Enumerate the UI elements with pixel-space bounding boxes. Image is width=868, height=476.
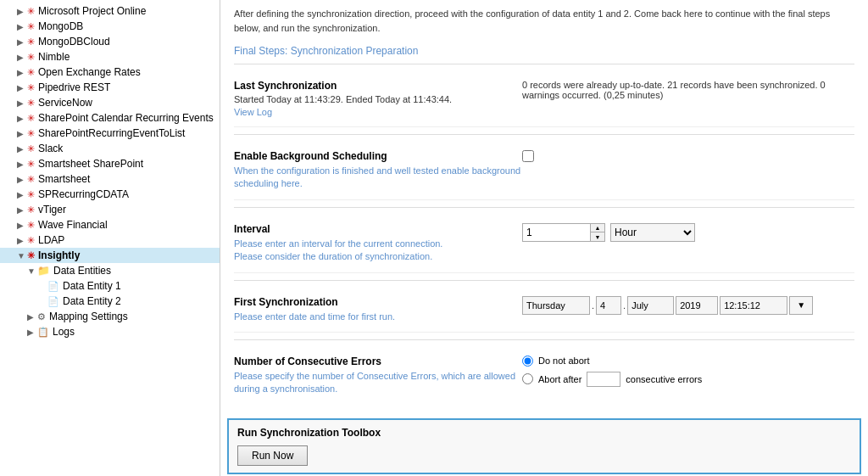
sidebar-item-label: Slack	[38, 143, 63, 154]
started-time: Today at 11:43:29.	[266, 94, 343, 104]
sidebar-item-sprecurring[interactable]: ▶ ✳ SPRecurringCDATA	[0, 187, 220, 202]
expand-arrow: ▶	[17, 160, 27, 169]
expand-arrow: ▶	[17, 7, 27, 16]
do-not-abort-radio[interactable]	[522, 356, 533, 367]
do-not-abort-label: Do not abort	[538, 356, 590, 366]
sidebar-item-sharepoint-recurring[interactable]: ▶ ✳ SharePointRecurringEventToList	[0, 126, 220, 141]
sidebar-item-label: Smartsheet SharePoint	[38, 158, 143, 170]
divider	[234, 280, 854, 281]
enable-scheduling-row: Enable Background Scheduling When the co…	[234, 142, 854, 200]
gear-icon: ✳	[27, 6, 35, 17]
sidebar: ▶ ✳ Microsoft Project Online ▶ ✳ MongoDB…	[0, 0, 220, 476]
sidebar-item-label: Nimble	[38, 51, 70, 63]
date-day-input[interactable]	[522, 296, 590, 315]
enable-scheduling-desc: When the configuration is finished and w…	[234, 165, 522, 191]
interval-controls: ▲ ▼ Hour Minute Day Week	[522, 223, 854, 242]
date-time-input[interactable]	[720, 296, 787, 315]
sidebar-item-label: MongoDB	[38, 20, 83, 32]
started-label: Started	[234, 94, 264, 104]
divider	[234, 339, 854, 340]
sidebar-item-label: Pipedrive REST	[38, 81, 110, 93]
sidebar-item-mapping-settings[interactable]: ▶ ⚙ Mapping Settings	[0, 309, 220, 324]
sidebar-item-mongodb[interactable]: ▶ ✳ MongoDB	[0, 19, 220, 34]
gear-icon: ✳	[27, 67, 35, 78]
view-log-link[interactable]: View Log	[234, 107, 272, 117]
sidebar-item-slack[interactable]: ▶ ✳ Slack	[0, 141, 220, 156]
spin-down-button[interactable]: ▼	[591, 232, 604, 241]
interval-row: Interval Please enter an interval for th…	[234, 215, 854, 273]
gear-icon: ✳	[27, 113, 35, 124]
gear-icon: ✳	[27, 159, 35, 170]
sidebar-item-label: MongoDBCloud	[38, 36, 110, 48]
first-sync-title: First Synchronization	[234, 296, 522, 308]
date-separator: .	[592, 300, 594, 311]
sidebar-item-data-entities[interactable]: ▼ 📁 Data Entities	[0, 263, 220, 278]
last-sync-title: Last Synchronization	[234, 80, 522, 92]
sidebar-item-insightly[interactable]: ▼ ✳ Insightly	[0, 248, 220, 263]
expand-arrow: ▼	[17, 251, 27, 260]
interval-desc1: Please enter an interval for the current…	[234, 238, 522, 250]
sidebar-item-label: vTiger	[38, 204, 66, 216]
gear-icon: ✳	[27, 52, 35, 63]
consecutive-errors-controls: Do not abort Abort after consecutive err…	[522, 356, 854, 387]
document-icon: 📄	[47, 296, 59, 307]
sidebar-item-label: Smartsheet	[38, 173, 90, 185]
sidebar-item-ldap[interactable]: ▶ ✳ LDAP	[0, 232, 220, 248]
spin-up-button[interactable]: ▲	[591, 224, 604, 233]
enable-scheduling-title: Enable Background Scheduling	[234, 150, 522, 162]
date-row: . . ▼	[522, 296, 813, 315]
enable-scheduling-checkbox[interactable]	[522, 150, 534, 162]
sidebar-item-label: Logs	[53, 326, 75, 338]
sidebar-item-sharepoint-cal[interactable]: ▶ ✳ SharePoint Calendar Recurring Events	[0, 110, 220, 126]
sidebar-item-ms-project[interactable]: ▶ ✳ Microsoft Project Online	[0, 3, 220, 19]
logs-icon: 📋	[37, 327, 49, 338]
sidebar-item-nimble[interactable]: ▶ ✳ Nimble	[0, 49, 220, 64]
abort-after-radio[interactable]	[522, 373, 533, 384]
divider	[234, 64, 854, 64]
last-sync-info: Last Synchronization Started Today at 11…	[234, 80, 522, 118]
sidebar-item-smartsheet[interactable]: ▶ ✳ Smartsheet	[0, 171, 220, 187]
sidebar-item-label: SharePointRecurringEventToList	[38, 127, 185, 139]
sidebar-item-smartsheet-sharepoint[interactable]: ▶ ✳ Smartsheet SharePoint	[0, 156, 220, 171]
sidebar-item-open-exchange[interactable]: ▶ ✳ Open Exchange Rates	[0, 64, 220, 80]
interval-unit-select[interactable]: Hour Minute Day Week	[610, 223, 695, 242]
expand-arrow: ▶	[17, 221, 27, 230]
sidebar-item-vtiger[interactable]: ▶ ✳ vTiger	[0, 202, 220, 217]
gear-icon: ✳	[27, 82, 35, 93]
sidebar-item-label: Data Entity 1	[63, 280, 121, 292]
gear-icon: ✳	[27, 250, 35, 261]
ended-time: Today at 11:43:44.	[376, 94, 453, 104]
abort-count-input[interactable]	[587, 372, 620, 387]
consecutive-label: consecutive errors	[626, 374, 702, 384]
sidebar-item-label: Open Exchange Rates	[38, 66, 141, 78]
run-now-button[interactable]: Run Now	[237, 445, 308, 466]
sidebar-item-mongodbcloud[interactable]: ▶ ✳ MongoDBCloud	[0, 34, 220, 49]
sidebar-item-logs[interactable]: ▶ 📋 Logs	[0, 324, 220, 339]
sidebar-item-label: Microsoft Project Online	[38, 5, 146, 17]
sidebar-item-servicenow[interactable]: ▶ ✳ ServiceNow	[0, 95, 220, 110]
gear-icon: ✳	[27, 36, 35, 48]
date-month-input[interactable]	[627, 296, 674, 315]
date-year-input[interactable]	[676, 296, 718, 315]
sidebar-item-label: Wave Financial	[38, 219, 108, 231]
sidebar-item-label: LDAP	[38, 234, 64, 246]
first-sync-desc: Please enter date and time for first run…	[234, 311, 522, 323]
expand-arrow: ▶	[17, 190, 27, 199]
folder-icon: 📁	[37, 265, 50, 277]
expand-arrow: ▶	[17, 205, 27, 215]
consecutive-errors-info: Number of Consecutive Errors Please spec…	[234, 356, 522, 396]
interval-value-input[interactable]	[522, 223, 590, 242]
sidebar-item-pipedrive[interactable]: ▶ ✳ Pipedrive REST	[0, 80, 220, 95]
date-separator: .	[623, 300, 626, 311]
sidebar-item-data-entity-1[interactable]: ▶ 📄 Data Entity 1	[0, 278, 220, 294]
sidebar-item-data-entity-2[interactable]: ▶ 📄 Data Entity 2	[0, 294, 220, 309]
last-sync-row: Last Synchronization Started Today at 11…	[234, 71, 854, 127]
intro-text: After defining the synchronization direc…	[234, 7, 854, 35]
sync-dates: Started Today at 11:43:29. Ended Today a…	[234, 94, 522, 104]
enable-scheduling-control	[522, 150, 854, 162]
consecutive-errors-desc: Please specify the number of Consecutive…	[234, 370, 522, 396]
expand-arrow: ▶	[27, 312, 37, 322]
date-picker-button[interactable]: ▼	[789, 296, 813, 315]
date-num-input[interactable]	[596, 296, 621, 315]
sidebar-item-wave[interactable]: ▶ ✳ Wave Financial	[0, 217, 220, 232]
